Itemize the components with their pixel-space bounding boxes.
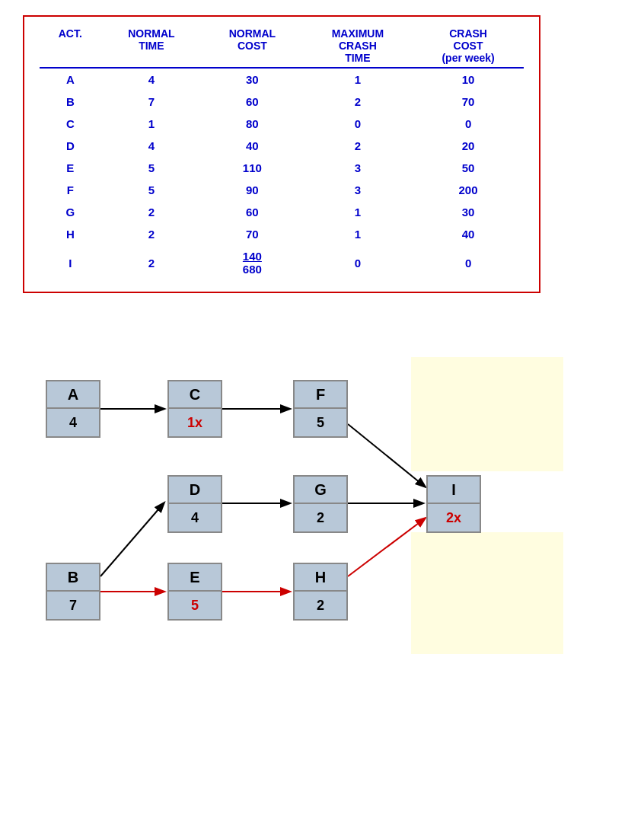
node-value-g: 2	[293, 504, 348, 533]
node-label-c: C	[167, 380, 222, 409]
cell-crash-cost: 20	[413, 135, 524, 157]
cell-normal-cost: 80	[202, 113, 303, 135]
cell-normal-time: 5	[101, 179, 202, 201]
cell-normal-cost: 110	[202, 157, 303, 179]
cell-max-crash-time: 1	[303, 223, 413, 245]
cell-crash-cost: 0	[413, 245, 524, 280]
data-table: ACT. NORMALTIME NORMALCOST MAXIMUMCRASHT…	[23, 15, 540, 293]
node-g: G2	[293, 475, 348, 533]
cell-normal-cost: 40	[202, 135, 303, 157]
cell-normal-time: 1	[101, 113, 202, 135]
cell-max-crash-time: 1	[303, 68, 413, 91]
table-row: I 2 140680 0 0	[40, 245, 524, 280]
cell-crash-cost: 50	[413, 157, 524, 179]
table-row: D 4 40 2 20	[40, 135, 524, 157]
node-c: C1x	[167, 380, 222, 438]
cell-act: A	[40, 68, 101, 91]
node-value-c: 1x	[167, 409, 222, 438]
cell-act: G	[40, 201, 101, 223]
cell-crash-cost: 70	[413, 91, 524, 113]
table-row: G 2 60 1 30	[40, 201, 524, 223]
cell-normal-time: 2	[101, 201, 202, 223]
col-normal-time: NORMALTIME	[101, 24, 202, 67]
cell-normal-time: 4	[101, 135, 202, 157]
col-normal-cost: NORMALCOST	[202, 24, 303, 67]
node-value-b: 7	[46, 592, 100, 621]
cell-normal-cost: 30	[202, 68, 303, 91]
cell-max-crash-time: 3	[303, 179, 413, 201]
node-value-d: 4	[167, 504, 222, 533]
col-act: ACT.	[40, 24, 101, 67]
node-value-f: 5	[293, 409, 348, 438]
cell-act: H	[40, 223, 101, 245]
node-b: B7	[46, 563, 100, 621]
node-a: A4	[46, 380, 100, 438]
node-f: F5	[293, 380, 348, 438]
yellow-box-bottom	[411, 532, 563, 654]
cell-act: F	[40, 179, 101, 201]
cell-normal-cost: 140680	[202, 245, 303, 280]
col-crash-cost: CRASHCOST(per week)	[413, 24, 524, 67]
yellow-box-top	[411, 357, 563, 471]
node-label-h: H	[293, 563, 348, 592]
cell-act: I	[40, 245, 101, 280]
cell-max-crash-time: 3	[303, 157, 413, 179]
node-value-a: 4	[46, 409, 100, 438]
node-label-a: A	[46, 380, 100, 409]
cell-normal-cost: 70	[202, 223, 303, 245]
node-h: H2	[293, 563, 348, 621]
node-label-g: G	[293, 475, 348, 504]
table-row: H 2 70 1 40	[40, 223, 524, 245]
node-value-i: 2x	[426, 504, 481, 533]
col-max-crash-time: MAXIMUMCRASHTIME	[303, 24, 413, 67]
cell-crash-cost: 40	[413, 223, 524, 245]
table-row: C 1 80 0 0	[40, 113, 524, 135]
node-label-d: D	[167, 475, 222, 504]
node-d: D4	[167, 475, 222, 533]
table-row: A 4 30 1 10	[40, 68, 524, 91]
node-label-f: F	[293, 380, 348, 409]
node-value-h: 2	[293, 592, 348, 621]
cell-act: C	[40, 113, 101, 135]
node-label-e: E	[167, 563, 222, 592]
node-value-e: 5	[167, 592, 222, 621]
cell-crash-cost: 200	[413, 179, 524, 201]
cell-normal-time: 2	[101, 245, 202, 280]
cell-max-crash-time: 0	[303, 113, 413, 135]
node-i: I2x	[426, 475, 481, 533]
cell-max-crash-time: 1	[303, 201, 413, 223]
node-label-i: I	[426, 475, 481, 504]
table-row: B 7 60 2 70	[40, 91, 524, 113]
cell-crash-cost: 30	[413, 201, 524, 223]
cell-normal-time: 5	[101, 157, 202, 179]
cell-max-crash-time: 2	[303, 135, 413, 157]
network-diagram: A4C1xF5D4G2I2xB7E5H2	[23, 334, 617, 700]
cell-max-crash-time: 0	[303, 245, 413, 280]
cell-crash-cost: 0	[413, 113, 524, 135]
cell-normal-cost: 60	[202, 91, 303, 113]
cell-act: E	[40, 157, 101, 179]
table-row: E 5 110 3 50	[40, 157, 524, 179]
cell-max-crash-time: 2	[303, 91, 413, 113]
node-e: E5	[167, 563, 222, 621]
cell-normal-time: 4	[101, 68, 202, 91]
cell-crash-cost: 10	[413, 68, 524, 91]
svg-line-3	[100, 503, 164, 576]
table-row: F 5 90 3 200	[40, 179, 524, 201]
cell-act: D	[40, 135, 101, 157]
cell-normal-cost: 90	[202, 179, 303, 201]
node-label-b: B	[46, 563, 100, 592]
cell-normal-cost: 60	[202, 201, 303, 223]
cell-normal-time: 7	[101, 91, 202, 113]
cell-act: B	[40, 91, 101, 113]
cell-normal-time: 2	[101, 223, 202, 245]
